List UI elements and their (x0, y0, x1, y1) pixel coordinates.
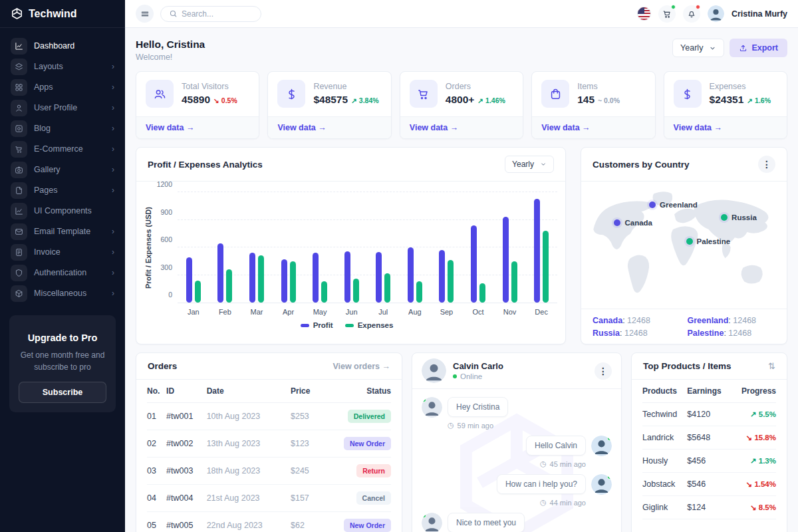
map-marker-russia[interactable]: Russia (721, 213, 757, 221)
x-tick-label: Oct (462, 308, 494, 316)
bar-expenses-dec[interactable] (543, 231, 549, 303)
export-button[interactable]: Export (730, 39, 787, 57)
chat-contact-avatar[interactable] (422, 358, 446, 383)
bar-profit-nov[interactable] (503, 217, 509, 303)
map-marker-palestine[interactable]: Palestine (686, 237, 731, 245)
chevron-down-icon (540, 161, 547, 168)
search-input[interactable] (182, 9, 253, 19)
trend-down-indicator: ↘ 8.5% (750, 503, 776, 511)
bar-profit-mar[interactable] (249, 253, 255, 303)
chat-menu-button[interactable]: ⋮ (595, 362, 612, 380)
sidebar-item-pages[interactable]: Pages› (8, 180, 117, 200)
y-axis-title: Profit / Expenses (USD) (144, 192, 152, 304)
bar-profit-jul[interactable] (376, 252, 382, 303)
bar-expenses-apr[interactable] (290, 261, 296, 303)
bar-profit-aug[interactable] (408, 247, 414, 303)
bar-profit-jun[interactable] (344, 251, 350, 303)
bar-expenses-jul[interactable] (384, 273, 390, 303)
bar-expenses-sep[interactable] (448, 260, 454, 303)
legend-swatch (345, 324, 354, 327)
legend-item-profit[interactable]: Profit (301, 321, 333, 329)
kebab-menu-button[interactable]: ⋮ (758, 156, 775, 173)
sidebar-item-authentication[interactable]: Authentication› (8, 263, 117, 283)
online-dot (453, 374, 457, 378)
notifications-button[interactable] (683, 5, 700, 23)
menu-toggle-button[interactable] (136, 5, 154, 23)
topbar: Cristina Murfy (125, 0, 798, 28)
clock-icon: ◷ (540, 498, 547, 507)
trend-down-indicator: ↘ 0.5% (213, 96, 237, 104)
cart-button[interactable] (658, 5, 676, 23)
us-flag-icon[interactable] (637, 7, 651, 21)
view-data-link[interactable]: View data → (400, 116, 523, 138)
bar-expenses-feb[interactable] (226, 269, 232, 303)
bar-expenses-mar[interactable] (258, 255, 264, 303)
trend-up-indicator: ↗ 5.5% (750, 410, 776, 418)
map-marker-canada[interactable]: Canada (614, 219, 652, 227)
bar-expenses-jun[interactable] (353, 279, 359, 303)
view-data-link[interactable]: View data → (136, 116, 259, 138)
bar-profit-jan[interactable] (186, 257, 192, 303)
marker-label: Canada (624, 219, 652, 227)
bar-profit-may[interactable] (313, 253, 319, 303)
chat-message: Nice to meet you◷42 min ago (422, 513, 612, 532)
bar-expenses-nov[interactable] (511, 261, 517, 303)
country-stat-greenland: Greenland: 12468 (688, 316, 776, 325)
bar-profit-apr[interactable] (281, 259, 287, 303)
map-marker-greenland[interactable]: Greenland (649, 201, 698, 209)
sidebar-item-label: UI Components (34, 206, 92, 215)
view-data-link[interactable]: View data → (268, 116, 390, 138)
brand-logo[interactable]: Techwind (0, 0, 125, 28)
dollar-icon (277, 80, 305, 108)
bar-expenses-oct[interactable] (479, 283, 485, 303)
status-badge: Delivered (348, 410, 391, 423)
chevron-right-icon: › (112, 62, 114, 71)
message-time: ◷59 min ago (448, 421, 612, 430)
sidebar-item-layouts[interactable]: Layouts› (8, 57, 117, 76)
order-id: #tw003 (166, 458, 207, 485)
bar-profit-feb[interactable] (217, 243, 223, 303)
chart-line-icon (15, 42, 23, 51)
sidebar-item-user-profile[interactable]: User Profile› (8, 98, 117, 118)
sidebar-item-ui-components[interactable]: UI Components (8, 201, 117, 221)
bar-profit-dec[interactable] (534, 199, 540, 303)
bar-expenses-jan[interactable] (195, 281, 201, 303)
period-select[interactable]: Yearly (672, 39, 724, 57)
product-name: Hously (642, 450, 687, 473)
view-data-link[interactable]: View data → (532, 116, 654, 138)
order-no: 03 (147, 458, 166, 485)
x-tick-label: Aug (399, 308, 431, 316)
sort-icon[interactable]: ⇅ (768, 361, 775, 371)
sidebar-item-e-commerce[interactable]: E-Commerce› (8, 139, 117, 159)
sidebar-item-blog[interactable]: Blog› (8, 118, 117, 138)
bar-expenses-may[interactable] (321, 281, 327, 303)
view-data-link[interactable]: View data → (664, 116, 787, 138)
world-map: GreenlandCanadaRussiaPalestine (581, 182, 787, 309)
orders-col-status: Status (320, 380, 391, 403)
bar-group-feb (209, 192, 241, 303)
message-avatar (422, 397, 442, 418)
sidebar-item-invoice[interactable]: Invoice› (8, 242, 117, 262)
sidebar-item-email-template[interactable]: Email Template› (8, 221, 117, 241)
bar-profit-oct[interactable] (471, 225, 477, 303)
dollar-icon (681, 88, 694, 100)
bar-expenses-aug[interactable] (416, 281, 422, 303)
sidebar-item-gallery[interactable]: Gallery› (8, 160, 117, 180)
sidebar-item-dashboard[interactable]: Dashboard (8, 36, 117, 56)
user-name[interactable]: Cristina Murfy (732, 9, 787, 19)
bar-profit-sep[interactable] (439, 250, 445, 303)
chevron-right-icon: › (112, 186, 114, 195)
view-orders-link[interactable]: View orders → (332, 362, 390, 371)
sidebar-item-apps[interactable]: Apps› (8, 77, 117, 97)
user-icon (11, 100, 27, 116)
subscribe-button[interactable]: Subscribe (19, 382, 106, 403)
search-bar[interactable] (160, 6, 261, 22)
top-products-card: Top Products / Items ⇅ ProductsEarningsP… (631, 352, 787, 532)
orders-card: Orders View orders → No.IDDatePriceStatu… (136, 352, 402, 532)
analytics-period-select[interactable]: Yearly (505, 156, 554, 173)
trend-up-indicator: ↗ 1.3% (750, 457, 776, 465)
sidebar-item-miscellaneous[interactable]: Miscellaneous› (8, 283, 117, 303)
legend-item-expenses[interactable]: Expenses (345, 321, 394, 329)
product-earnings: $124 (687, 496, 731, 519)
user-avatar[interactable] (708, 5, 724, 22)
